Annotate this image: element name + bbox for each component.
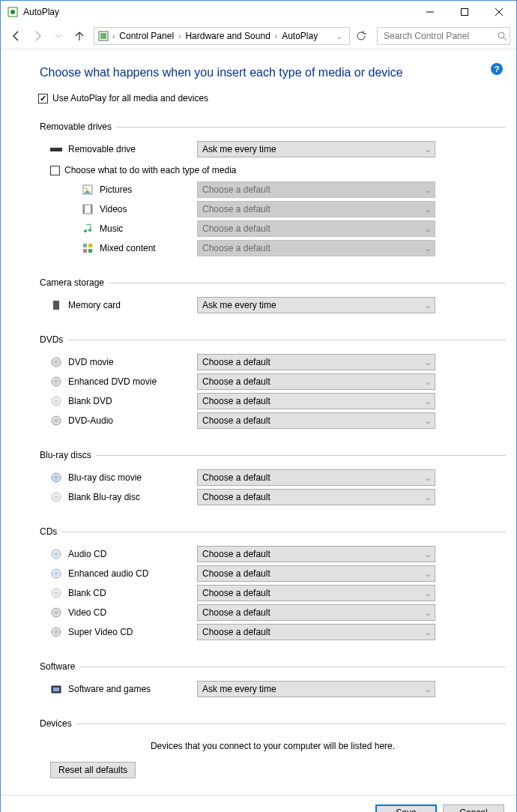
- use-autoplay-checkbox[interactable]: [38, 94, 48, 103]
- breadcrumb-seg-3[interactable]: AutoPlay: [280, 31, 319, 41]
- minimize-button[interactable]: [413, 1, 447, 23]
- blank-dvd-combo[interactable]: Choose a default⌵: [197, 393, 435, 409]
- svg-point-43: [55, 631, 58, 634]
- chevron-down-icon: ⌵: [426, 358, 430, 367]
- navigation-bar: › Control Panel › Hardware and Sound › A…: [1, 23, 516, 49]
- dvd-audio-combo[interactable]: Choose a default⌵: [197, 412, 435, 429]
- software-combo[interactable]: Ask me every time⌵: [197, 681, 435, 697]
- memory-card-label: Memory card: [68, 300, 197, 310]
- chevron-down-icon: ⌵: [426, 145, 430, 154]
- section-removable-title: Removable drives: [40, 121, 116, 132]
- chevron-right-icon[interactable]: ›: [273, 32, 279, 40]
- choose-each-type-checkbox[interactable]: [50, 166, 60, 175]
- blank-bluray-combo[interactable]: Choose a default⌵: [197, 489, 435, 505]
- video-cd-combo[interactable]: Choose a default⌵: [197, 604, 435, 621]
- bluray-movie-combo[interactable]: Choose a default⌵: [197, 469, 435, 486]
- svg-rect-10: [50, 148, 62, 151]
- section-software-title: Software: [40, 661, 79, 672]
- section-devices-title: Devices: [40, 718, 76, 729]
- super-video-cd-combo[interactable]: Choose a default⌵: [197, 624, 435, 640]
- chevron-down-icon: ⌵: [426, 417, 430, 425]
- svg-point-35: [55, 553, 58, 556]
- enhanced-audio-cd-combo[interactable]: Choose a default⌵: [197, 565, 435, 582]
- breadcrumb-seg-2[interactable]: Hardware and Sound: [184, 31, 271, 41]
- page-heading: Choose what happens when you insert each…: [40, 66, 506, 79]
- svg-rect-15: [91, 205, 92, 214]
- svg-point-33: [55, 496, 58, 499]
- titlebar: AutoPlay: [1, 1, 516, 23]
- enhanced-dvd-combo[interactable]: Choose a default⌵: [197, 373, 435, 390]
- svg-point-29: [55, 420, 58, 422]
- disc-icon: [50, 587, 62, 599]
- dvd-movie-combo[interactable]: Choose a default⌵: [197, 354, 435, 370]
- chevron-down-icon: ⌵: [426, 244, 430, 253]
- forward-button[interactable]: [28, 26, 47, 46]
- svg-rect-21: [88, 249, 92, 253]
- blank-cd-label: Blank CD: [68, 588, 197, 598]
- section-bluray-title: Blu-ray discs: [40, 450, 96, 460]
- memory-card-combo[interactable]: Ask me every time⌵: [197, 297, 435, 313]
- autoplay-app-icon: [7, 6, 19, 18]
- videos-icon: [82, 203, 94, 215]
- use-autoplay-label: Use AutoPlay for all media and devices: [52, 93, 208, 103]
- section-camera-title: Camera storage: [40, 277, 109, 288]
- back-button[interactable]: [7, 26, 26, 46]
- breadcrumb-seg-1[interactable]: Control Panel: [118, 31, 175, 41]
- removable-drive-label: Removable drive: [68, 144, 197, 154]
- blank-cd-combo[interactable]: Choose a default⌵: [197, 585, 435, 601]
- pictures-icon: [82, 184, 94, 196]
- svg-rect-20: [83, 249, 87, 253]
- bluray-movie-label: Blu-ray disc movie: [68, 472, 197, 483]
- svg-rect-3: [462, 9, 468, 16]
- up-button[interactable]: [70, 26, 89, 46]
- software-icon: [50, 683, 62, 695]
- music-label: Music: [100, 223, 197, 234]
- svg-rect-45: [53, 688, 59, 691]
- close-button[interactable]: [482, 1, 516, 23]
- disc-icon: [50, 356, 62, 368]
- search-box[interactable]: [377, 27, 510, 45]
- chevron-down-icon: ⌵: [426, 609, 430, 617]
- search-input[interactable]: [382, 30, 498, 42]
- pictures-label: Pictures: [100, 184, 197, 195]
- devices-message: Devices that you connect to your compute…: [40, 741, 506, 751]
- dvd-audio-label: DVD-Audio: [68, 415, 197, 426]
- svg-point-41: [55, 612, 58, 614]
- help-icon[interactable]: ?: [491, 63, 503, 75]
- dialog-footer: Save Cancel: [1, 795, 516, 812]
- removable-drive-combo[interactable]: Ask me every time⌵: [197, 141, 435, 157]
- audio-cd-combo[interactable]: Choose a default⌵: [197, 546, 435, 562]
- reset-defaults-button[interactable]: Reset all defaults: [50, 762, 136, 778]
- disc-icon: [50, 415, 62, 427]
- svg-rect-14: [83, 205, 85, 214]
- chevron-down-icon: ⌵: [426, 628, 430, 637]
- svg-point-31: [55, 477, 58, 479]
- chevron-down-icon: ⌵: [426, 550, 430, 559]
- cancel-button[interactable]: Cancel: [443, 805, 504, 813]
- svg-point-8: [498, 32, 504, 38]
- pictures-combo: Choose a default⌵: [197, 181, 435, 198]
- disc-icon: [50, 626, 62, 638]
- address-dropdown-icon[interactable]: ⌵: [333, 32, 346, 40]
- control-panel-icon: [97, 30, 109, 42]
- video-cd-label: Video CD: [68, 607, 197, 618]
- disc-icon: [50, 607, 62, 619]
- maximize-button[interactable]: [447, 1, 482, 23]
- save-button[interactable]: Save: [375, 805, 437, 813]
- enhanced-audio-cd-label: Enhanced audio CD: [68, 568, 197, 579]
- recent-locations-button[interactable]: [49, 26, 68, 46]
- chevron-down-icon: ⌵: [426, 474, 430, 482]
- address-bar[interactable]: › Control Panel › Hardware and Sound › A…: [94, 27, 350, 45]
- svg-point-27: [55, 400, 58, 403]
- refresh-button[interactable]: [351, 27, 371, 45]
- chevron-down-icon: ⌵: [426, 225, 430, 233]
- mixed-label: Mixed content: [100, 243, 197, 253]
- svg-point-12: [85, 187, 88, 190]
- chevron-right-icon[interactable]: ›: [111, 32, 116, 40]
- choose-each-type-label: Choose what to do with each type of medi…: [64, 165, 236, 175]
- disc-icon: [50, 548, 62, 560]
- chevron-down-icon: ⌵: [426, 378, 430, 386]
- window-title: AutoPlay: [23, 7, 413, 17]
- chevron-right-icon[interactable]: ›: [177, 32, 182, 40]
- disc-icon: [50, 568, 62, 580]
